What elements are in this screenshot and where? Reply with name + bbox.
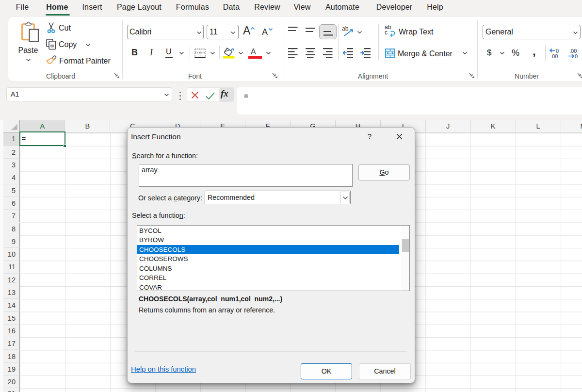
svg-text:0: 0 [556, 48, 559, 54]
svg-text:.00: .00 [569, 48, 577, 54]
svg-text:0: 0 [575, 53, 578, 59]
svg-text:.00: .00 [550, 53, 558, 59]
